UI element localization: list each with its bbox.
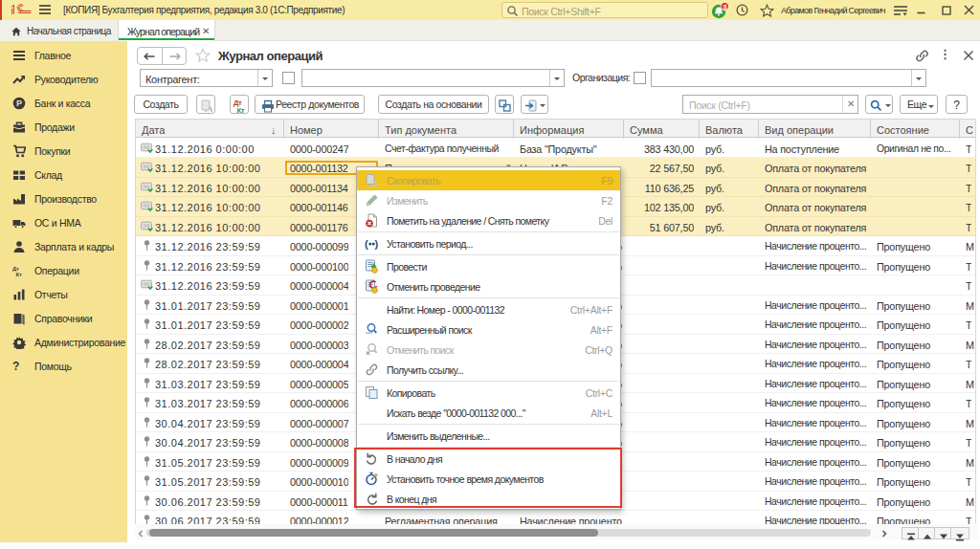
svg-text:): ) — [375, 238, 379, 250]
svg-text:(: ( — [365, 238, 368, 250]
svg-text:P: P — [16, 99, 22, 108]
svg-text:3: 3 — [723, 3, 726, 11]
svg-text:Кт: Кт — [16, 272, 22, 277]
svg-text:Дт: Дт — [12, 266, 19, 272]
svg-text:Кт: Кт — [237, 106, 245, 115]
